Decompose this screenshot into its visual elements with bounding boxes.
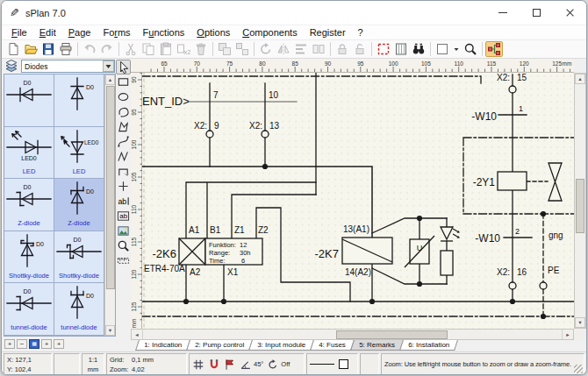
toolbar-search-button[interactable] <box>410 41 427 57</box>
page-tab-1-indication[interactable]: 1: Indication <box>135 340 190 351</box>
toolbar-paste-button[interactable] <box>157 41 175 57</box>
library-scrollbar[interactable]: ▲ ▼ <box>104 74 115 336</box>
close-button[interactable] <box>553 1 586 25</box>
toolbar-sheets-button[interactable] <box>310 41 327 57</box>
library-item-Shottky-diode[interactable]: D0Shottky-diode <box>54 231 104 284</box>
library-footer-button-4[interactable]: + <box>41 339 52 349</box>
tool-measure[interactable] <box>116 253 131 268</box>
library-selector[interactable]: Diodes <box>21 60 115 73</box>
tool-text[interactable]: ab <box>116 194 131 209</box>
toolbar-mirror-button[interactable] <box>275 41 292 57</box>
terminal-circle[interactable] <box>509 86 516 93</box>
led-resistor-branch[interactable] <box>441 227 460 275</box>
vertical-scrollbar[interactable]: ▲ ▼ <box>574 73 586 329</box>
scroll-down-icon[interactable]: ▼ <box>575 317 585 328</box>
toolbar-caret-button[interactable] <box>451 41 462 57</box>
toolbar-unlock-button[interactable] <box>351 41 369 57</box>
schematic-canvas[interactable]: ENT_ID>710X2:9X2:13A1B1Z1Z2-2K6ETR4-70AA… <box>142 73 574 329</box>
library-item-diode[interactable]: D0 <box>54 74 104 127</box>
chevron-down-icon[interactable] <box>103 60 114 72</box>
minimize-button[interactable] <box>486 1 520 25</box>
flag-icon[interactable] <box>224 358 236 371</box>
tool-bracket-line[interactable] <box>116 164 131 179</box>
tool-text-frame[interactable]: ab <box>116 209 131 223</box>
grid-icon[interactable] <box>192 358 204 371</box>
menu-item-edit[interactable]: Edit <box>33 27 62 38</box>
terminal-circle[interactable] <box>262 131 269 138</box>
menu-item-components[interactable]: Components <box>236 27 303 38</box>
toolbar-save-button[interactable] <box>39 41 57 57</box>
library-item-Z-diode[interactable]: D0Z-diode <box>4 179 54 231</box>
library-footer-button-1[interactable]: + <box>4 339 15 349</box>
terminal-circle[interactable] <box>206 131 213 138</box>
library-footer-button-3[interactable]: ▦ <box>29 339 39 349</box>
menu-item-functions[interactable]: Functions <box>137 27 191 38</box>
library-item-tunnel-diode[interactable]: D0tunnel-diode <box>4 283 54 336</box>
toolbar-page-box-button[interactable] <box>434 41 451 57</box>
horizontal-scrollbar[interactable]: ◄ ► <box>131 329 574 340</box>
toolbar-form-columns-button[interactable] <box>392 41 410 57</box>
toolbar-undo-button[interactable] <box>81 41 98 57</box>
page-tab-5-remarks[interactable]: 5: Remarks <box>350 340 404 351</box>
library-item-LED[interactable]: LED0LED <box>4 127 54 180</box>
tool-zigzag-line[interactable] <box>116 149 131 164</box>
toolbar-duplicate-button[interactable]: x2 <box>175 41 192 57</box>
page-tab-3-input-module[interactable]: 3: Input module <box>248 340 314 351</box>
toolbar-lock-button[interactable] <box>333 41 351 57</box>
scroll-up-icon[interactable]: ▲ <box>105 74 115 85</box>
tool-pointer[interactable] <box>116 60 131 74</box>
library-item-Z-diode[interactable]: D0Z-diode <box>54 179 104 231</box>
toolbar-print-button[interactable] <box>57 41 75 57</box>
library-footer-button-5[interactable]: + <box>54 339 64 349</box>
menu-item-page[interactable]: Page <box>62 27 97 38</box>
tool-node[interactable] <box>116 179 131 194</box>
library-item-tunnel-diode[interactable]: D0tunnel-diode <box>54 283 104 336</box>
tool-rectangle[interactable] <box>116 74 131 89</box>
scroll-right-icon[interactable]: ► <box>562 330 573 339</box>
toolbar-open-button[interactable] <box>22 41 39 57</box>
page-tab-6-installation[interactable]: 6: Installation <box>399 340 458 351</box>
toolbar-copy-button[interactable] <box>140 41 157 57</box>
menu-item-options[interactable]: Options <box>190 27 236 38</box>
library-item-LED[interactable]: LED0LED <box>54 127 104 180</box>
toolbar-new-button[interactable] <box>4 41 22 57</box>
toolbar-zoom-button[interactable] <box>462 41 479 57</box>
title-bar[interactable]: ✎ sPlan 7.0 <box>2 1 586 25</box>
menu-item-file[interactable]: File <box>5 27 33 38</box>
tool-bezier[interactable] <box>116 134 131 149</box>
horizontal-scroll-thumb[interactable] <box>336 330 448 339</box>
tool-special-shape[interactable] <box>116 104 131 119</box>
toolbar-select-frame-button[interactable] <box>375 41 392 57</box>
magnet-icon[interactable] <box>208 358 220 371</box>
page-tab-2-pump-control[interactable]: 2: Pump control <box>186 340 253 351</box>
library-scroll-thumb[interactable] <box>106 86 115 289</box>
library-item-diode[interactable]: D0 <box>4 74 54 127</box>
toolbar-link-button[interactable] <box>485 41 503 57</box>
menu-item-register[interactable]: Register <box>304 27 352 38</box>
menu-item-?[interactable]: ? <box>352 27 369 38</box>
tool-ellipse[interactable] <box>116 89 131 104</box>
page-tab-4-fuses[interactable]: 4: Fuses <box>310 340 355 351</box>
menu-item-forms[interactable]: Forms <box>97 27 136 38</box>
toolbar-delete-button[interactable] <box>192 41 210 57</box>
tool-zoom[interactable] <box>116 238 131 253</box>
tool-image[interactable] <box>116 223 131 238</box>
rotate-icon[interactable]: Off <box>267 358 290 371</box>
line-style-sample[interactable] <box>310 364 334 365</box>
toolbar-ungroup-button[interactable] <box>233 41 251 57</box>
library-footer-button-2[interactable]: − <box>17 339 27 349</box>
tool-polygon[interactable] <box>116 119 131 134</box>
angle-icon[interactable]: 45° <box>240 358 263 371</box>
scroll-left-icon[interactable]: ◄ <box>132 330 143 339</box>
maximize-button[interactable] <box>520 1 553 25</box>
resize-grip[interactable] <box>574 365 583 373</box>
toolbar-align-button[interactable] <box>292 41 310 57</box>
toolbar-redo-button[interactable] <box>98 41 116 57</box>
toolbar-rotate-button[interactable] <box>257 41 275 57</box>
fill-style-sample[interactable] <box>339 359 348 369</box>
toolbar-cut-button[interactable] <box>122 41 140 57</box>
scroll-up-icon[interactable]: ▲ <box>575 74 585 84</box>
scroll-down-icon[interactable]: ▼ <box>105 325 115 336</box>
vertical-scroll-thumb[interactable] <box>576 179 584 233</box>
toolbar-group-button[interactable] <box>216 41 233 57</box>
